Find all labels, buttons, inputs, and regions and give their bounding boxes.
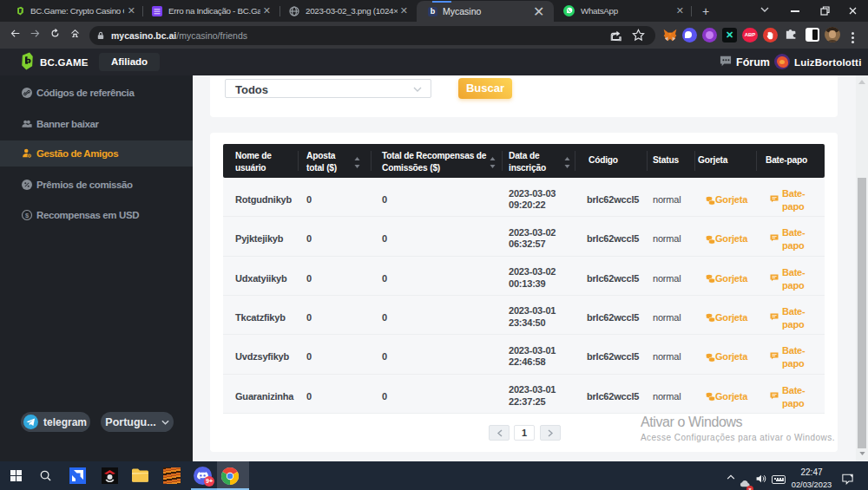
- svg-text:$: $: [25, 212, 30, 219]
